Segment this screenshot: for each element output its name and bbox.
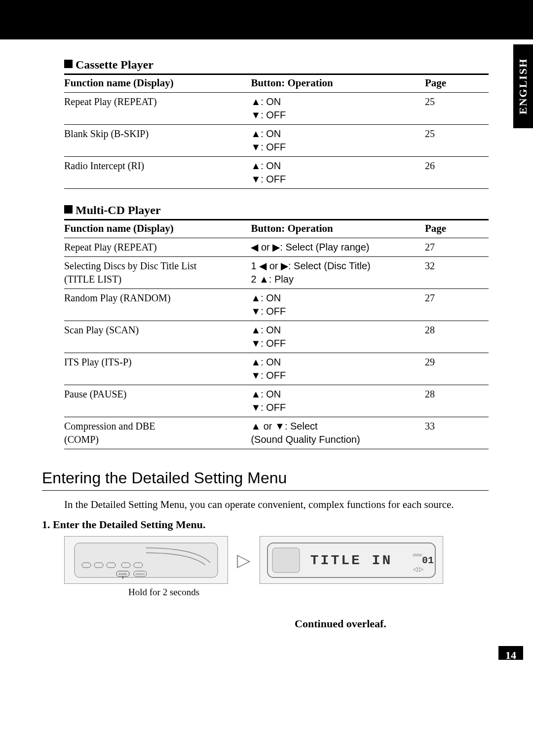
cell-function: Pause (PAUSE) <box>64 385 251 417</box>
table-row: Blank Skip (B-SKIP) ▲: ON▼: OFF 25 <box>64 125 489 157</box>
cell-page: 26 <box>425 157 489 189</box>
cell-page: 25 <box>425 93 489 125</box>
svg-rect-12 <box>272 548 300 573</box>
cell-page: 29 <box>425 353 489 385</box>
cell-page: 28 <box>425 385 489 417</box>
cell-page: 33 <box>425 417 489 449</box>
cell-page: 32 <box>425 257 489 289</box>
cell-operation: ▲: ON▼: OFF <box>251 321 425 353</box>
arrow-right-icon: ▷ <box>237 550 251 571</box>
cell-function: Compression and DBE(COMP) <box>64 417 251 449</box>
cell-operation: ▲: ON▼: OFF <box>251 157 425 189</box>
table-row: Random Play (RANDOM) ▲: ON▼: OFF 27 <box>64 289 489 321</box>
col-header-function: Function name (Display) <box>64 74 251 93</box>
table-row: Repeat Play (REPEAT) ◀ or ▶: Select (Pla… <box>64 238 489 257</box>
step-number: 1. <box>42 518 50 531</box>
heading-entering-detailed: Entering the Detailed Setting Menu <box>42 469 489 491</box>
cell-function: Blank Skip (B-SKIP) <box>64 125 251 157</box>
section-title-text: Cassette Player <box>76 58 153 71</box>
page-number: 14 <box>498 646 523 660</box>
header-black-bar <box>0 0 533 39</box>
svg-text:AUDIO: AUDIO <box>135 573 145 576</box>
cell-operation: ▲: ON▼: OFF <box>251 385 425 417</box>
svg-text:FUNC: FUNC <box>119 573 127 576</box>
cell-page: 27 <box>425 289 489 321</box>
page-content: Cassette Player Function name (Display) … <box>0 39 533 660</box>
cell-operation: ▲: ON▼: OFF <box>251 353 425 385</box>
illustration-caption: Hold for 2 seconds <box>128 587 489 598</box>
col-header-operation: Button: Operation <box>251 74 425 93</box>
cell-operation: ▲: ON▼: OFF <box>251 125 425 157</box>
svg-text:TITLE IN: TITLE IN <box>310 553 392 568</box>
cell-page: 27 <box>425 238 489 257</box>
square-bullet-icon <box>64 60 73 68</box>
section-title-cassette: Cassette Player <box>64 58 489 72</box>
step-1-title: 1. Enter the Detailed Setting Menu. <box>42 518 489 531</box>
cell-function: Random Play (RANDOM) <box>64 289 251 321</box>
table-row: Compression and DBE(COMP) ▲ or ▼: Select… <box>64 417 489 449</box>
table-row: Pause (PAUSE) ▲: ON▼: OFF 28 <box>64 385 489 417</box>
cell-page: 28 <box>425 321 489 353</box>
section-title-text: Multi-CD Player <box>76 204 161 216</box>
cell-operation: 1 ◀ or ▶: Select (Disc Title)2 ▲: Play <box>251 257 425 289</box>
cell-function: Scan Play (SCAN) <box>64 321 251 353</box>
cassette-table: Function name (Display) Button: Operatio… <box>64 73 489 189</box>
body-paragraph: In the Detailed Setting Menu, you can op… <box>64 498 489 511</box>
table-row: ITS Play (ITS-P) ▲: ON▼: OFF 29 <box>64 353 489 385</box>
col-header-function: Function name (Display) <box>64 220 251 238</box>
col-header-operation: Button: Operation <box>251 220 425 238</box>
col-header-page: Page <box>425 220 489 238</box>
svg-text:01: 01 <box>422 555 434 566</box>
table-row: Scan Play (SCAN) ▲: ON▼: OFF 28 <box>64 321 489 353</box>
multicd-table: Function name (Display) Button: Operatio… <box>64 219 489 449</box>
cell-function: Repeat Play (REPEAT) <box>64 93 251 125</box>
svg-text:DISC: DISC <box>413 553 422 557</box>
cell-function: ITS Play (ITS-P) <box>64 353 251 385</box>
cell-operation: ◀ or ▶: Select (Play range) <box>251 238 425 257</box>
cell-operation: ▲ or ▼: Select(Sound Quality Function) <box>251 417 425 449</box>
cell-page: 25 <box>425 125 489 157</box>
table-row: Selecting Discs by Disc Title List(TITLE… <box>64 257 489 289</box>
svg-text:◁ ▷: ◁ ▷ <box>413 566 424 573</box>
illustration-row: FUNC AUDIO ▷ TITLE IN DISC 01 ◁ ▷ <box>64 536 489 584</box>
section-title-multicd: Multi-CD Player <box>64 204 489 217</box>
square-bullet-icon <box>64 205 73 214</box>
cell-operation: ▲: ON▼: OFF <box>251 93 425 125</box>
table-row: Repeat Play (REPEAT) ▲: ON▼: OFF 25 <box>64 93 489 125</box>
continued-overleaf: Continued overleaf. <box>192 617 489 630</box>
step-title-text: Enter the Detailed Setting Menu. <box>53 518 205 531</box>
table-row: Radio Intercept (RI) ▲: ON▼: OFF 26 <box>64 157 489 189</box>
device-illustration: FUNC AUDIO <box>64 536 228 584</box>
cell-function: Selecting Discs by Disc Title List(TITLE… <box>64 257 251 289</box>
cell-operation: ▲: ON▼: OFF <box>251 289 425 321</box>
lcd-display-illustration: TITLE IN DISC 01 ◁ ▷ <box>260 536 443 584</box>
col-header-page: Page <box>425 74 489 93</box>
cell-function: Radio Intercept (RI) <box>64 157 251 189</box>
cell-function: Repeat Play (REPEAT) <box>64 238 251 257</box>
